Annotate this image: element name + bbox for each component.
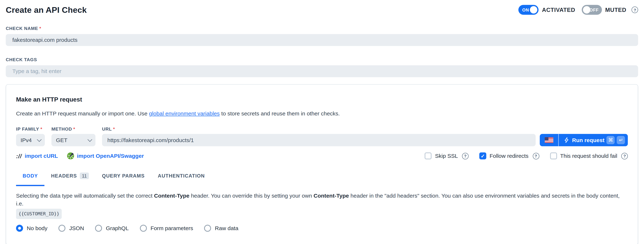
import-openapi-link[interactable]: import OpenAPI/Swagger [67, 153, 144, 159]
skip-ssl-option: ✓ Skip SSL ? [425, 153, 469, 159]
request-options: ✓ Skip SSL ? ✓ Follow redirects ? ✓ This… [425, 153, 628, 159]
radio-button[interactable] [58, 225, 66, 232]
muted-toggle-state: OFF [590, 5, 599, 15]
body-type-radios: No body JSON GraphQL Form parameters Raw… [16, 225, 628, 232]
lightning-bolt-icon [564, 137, 570, 143]
required-asterisk: * [39, 26, 41, 31]
radio-form-parameters[interactable]: Form parameters [140, 225, 193, 232]
run-request-group: Run request ⌘ ↵ [540, 134, 628, 146]
skip-ssl-help-icon[interactable]: ? [462, 153, 469, 159]
check-name-input[interactable] [6, 34, 638, 46]
activated-toggle-knob [530, 6, 538, 14]
request-tabs: BODY HEADERS11 QUERY PARAMS AUTHENTICATI… [16, 173, 628, 186]
method-label: METHOD* [52, 127, 96, 132]
create-api-check-page: Create an API Check ON ACTIVATED OFF MUT… [0, 4, 644, 244]
url-input[interactable] [102, 134, 536, 146]
enter-key-icon: ↵ [617, 136, 625, 144]
header-controls: ON ACTIVATED OFF MUTED ? [518, 5, 638, 15]
run-location-button[interactable] [540, 134, 558, 146]
headers-count-badge: 11 [80, 173, 89, 179]
ip-family-label: IP FAMILY* [16, 127, 45, 132]
check-tags-field-group: CHECK TAGS [6, 57, 638, 77]
global-env-variables-link[interactable]: global environment variables [149, 110, 220, 117]
us-flag-icon [544, 137, 553, 143]
method-value: GET [56, 137, 67, 143]
activated-label: ACTIVATED [542, 6, 575, 13]
tab-query-params[interactable]: QUERY PARAMS [96, 173, 151, 186]
skip-ssl-label: Skip SSL [435, 153, 458, 159]
ip-family-select[interactable]: IPv4 [16, 134, 45, 146]
radio-no-body[interactable]: No body [16, 225, 48, 232]
chevron-down-icon [88, 137, 92, 142]
page-title: Create an API Check [6, 4, 87, 15]
import-options-row: :// import cURL [16, 153, 628, 159]
follow-redirects-help-icon[interactable]: ? [533, 153, 539, 159]
http-request-card: Make an HTTP request Create an HTTP requ… [6, 84, 638, 244]
card-description: Create an HTTP request manually or impor… [16, 110, 628, 118]
header-help-icon[interactable]: ? [632, 6, 638, 13]
tab-body[interactable]: BODY [16, 173, 44, 186]
radio-button[interactable] [16, 225, 23, 232]
radio-graphql[interactable]: GraphQL [95, 225, 128, 232]
url-label: URL* [102, 127, 536, 132]
tab-authentication[interactable]: AUTHENTICATION [151, 173, 212, 186]
muted-toggle[interactable]: OFF [582, 5, 602, 15]
radio-button[interactable] [95, 225, 102, 232]
required-asterisk: * [40, 127, 42, 132]
request-should-fail-help-icon[interactable]: ? [621, 153, 628, 159]
method-group: METHOD* GET [52, 127, 96, 146]
muted-label: MUTED [605, 6, 626, 13]
swagger-icon [67, 153, 74, 159]
body-content-note: Selecting the data type will automatical… [16, 192, 628, 219]
skip-ssl-checkbox[interactable]: ✓ [425, 153, 432, 159]
chevron-down-icon [37, 137, 42, 142]
radio-button[interactable] [204, 225, 211, 232]
import-links: :// import cURL [16, 153, 144, 159]
muted-toggle-knob [583, 6, 590, 14]
card-title: Make an HTTP request [16, 95, 628, 103]
check-name-label: CHECK NAME* [6, 26, 638, 31]
radio-button[interactable] [140, 225, 147, 232]
request-should-fail-option: ✓ This request should fail ? [550, 153, 628, 159]
import-openapi-label: import OpenAPI/Swagger [77, 153, 144, 159]
check-tags-label: CHECK TAGS [6, 57, 638, 62]
run-request-button[interactable]: Run request ⌘ ↵ [558, 134, 628, 146]
activated-toggle[interactable]: ON [518, 5, 539, 15]
run-request-label: Run request [572, 137, 604, 143]
follow-redirects-label: Follow redirects [490, 153, 528, 159]
url-group: URL* [102, 127, 536, 146]
radio-raw-data[interactable]: Raw data [204, 225, 238, 232]
activated-toggle-state: ON [522, 5, 529, 15]
request-builder-row: IP FAMILY* IPv4 METHOD* GET [16, 127, 628, 146]
radio-json[interactable]: JSON [58, 225, 84, 232]
check-name-field-group: CHECK NAME* [6, 26, 638, 46]
import-curl-link[interactable]: :// import cURL [16, 153, 58, 159]
check-tags-input[interactable] [6, 65, 638, 77]
follow-redirects-option: ✓ Follow redirects ? [479, 153, 539, 159]
method-select[interactable]: GET [52, 134, 96, 146]
tab-headers[interactable]: HEADERS11 [44, 173, 96, 186]
request-should-fail-label: This request should fail [560, 153, 617, 159]
ip-family-value: IPv4 [21, 137, 32, 143]
page-header: Create an API Check ON ACTIVATED OFF MUT… [6, 4, 638, 16]
import-curl-label: import cURL [25, 153, 58, 159]
required-asterisk: * [113, 127, 115, 132]
curl-icon: :// [16, 153, 22, 159]
customer-id-code-chip: {{CUSTOMER_ID}} [16, 209, 62, 219]
request-should-fail-checkbox[interactable]: ✓ [550, 153, 557, 159]
follow-redirects-checkbox[interactable]: ✓ [479, 153, 486, 159]
cmd-key-icon: ⌘ [606, 136, 615, 144]
ip-family-group: IP FAMILY* IPv4 [16, 127, 45, 146]
required-asterisk: * [73, 127, 75, 132]
